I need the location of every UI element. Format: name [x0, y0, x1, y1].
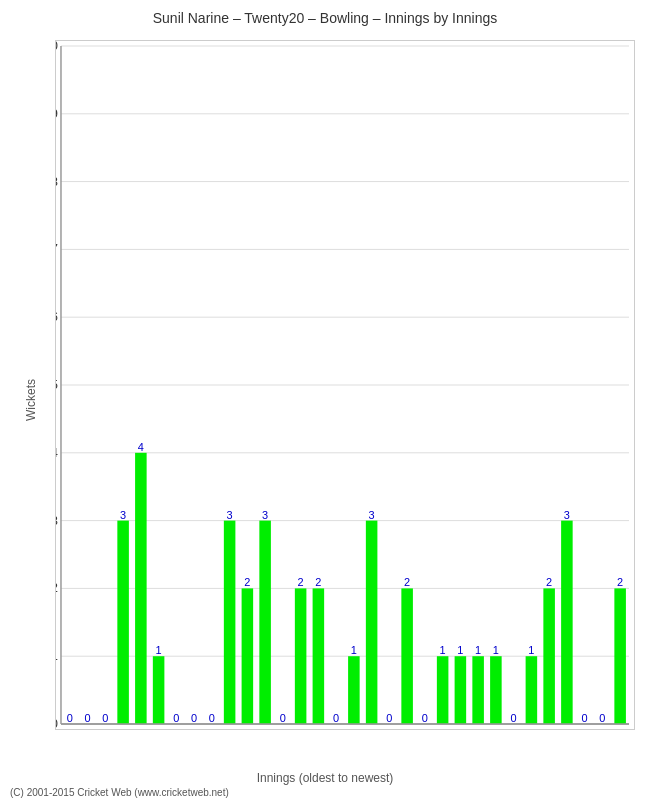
svg-text:7: 7	[56, 241, 58, 256]
svg-rect-75	[437, 656, 449, 724]
svg-text:2: 2	[315, 576, 321, 588]
svg-rect-28	[117, 521, 129, 724]
svg-text:0: 0	[102, 712, 108, 724]
svg-text:0: 0	[67, 712, 73, 724]
svg-rect-65	[366, 521, 378, 724]
svg-text:0: 0	[386, 712, 392, 724]
svg-text:1: 1	[156, 644, 162, 656]
svg-text:3: 3	[369, 509, 375, 521]
svg-text:4: 4	[56, 445, 58, 460]
svg-rect-95	[561, 521, 573, 724]
svg-text:0: 0	[599, 712, 605, 724]
svg-text:10: 10	[56, 41, 58, 53]
y-axis-label: Wickets	[24, 379, 38, 421]
chart-area: 0123456789100102033445160708093102113120…	[55, 40, 635, 730]
svg-text:0: 0	[56, 716, 58, 729]
svg-rect-46	[242, 588, 254, 724]
svg-text:2: 2	[404, 576, 410, 588]
svg-rect-43	[224, 521, 236, 724]
svg-rect-102	[614, 588, 626, 724]
svg-rect-49	[259, 521, 271, 724]
svg-rect-57	[313, 588, 325, 724]
svg-text:5: 5	[56, 377, 58, 392]
svg-text:9: 9	[56, 106, 58, 121]
svg-text:0: 0	[209, 712, 215, 724]
svg-text:0: 0	[280, 712, 286, 724]
svg-text:0: 0	[422, 712, 428, 724]
chart-title: Sunil Narine – Twenty20 – Bowling – Inni…	[0, 0, 650, 31]
footer-text: (C) 2001-2015 Cricket Web (www.cricketwe…	[10, 787, 229, 798]
svg-text:2: 2	[56, 580, 58, 595]
svg-text:0: 0	[333, 712, 339, 724]
svg-text:3: 3	[564, 509, 570, 521]
svg-rect-54	[295, 588, 307, 724]
svg-rect-89	[526, 656, 538, 724]
svg-text:1: 1	[475, 644, 481, 656]
svg-text:2: 2	[617, 576, 623, 588]
svg-text:1: 1	[457, 644, 463, 656]
bars-chart: 0123456789100102033445160708093102113120…	[56, 41, 634, 729]
svg-rect-81	[472, 656, 484, 724]
svg-rect-34	[153, 656, 165, 724]
chart-container: Sunil Narine – Twenty20 – Bowling – Inni…	[0, 0, 650, 800]
svg-text:0: 0	[582, 712, 588, 724]
svg-text:0: 0	[173, 712, 179, 724]
svg-rect-62	[348, 656, 360, 724]
svg-text:1: 1	[351, 644, 357, 656]
svg-text:0: 0	[191, 712, 197, 724]
svg-text:1: 1	[56, 648, 58, 663]
svg-text:3: 3	[227, 509, 233, 521]
svg-text:2: 2	[546, 576, 552, 588]
svg-text:1: 1	[528, 644, 534, 656]
svg-rect-78	[455, 656, 467, 724]
svg-text:3: 3	[120, 509, 126, 521]
svg-text:0: 0	[85, 712, 91, 724]
svg-text:0: 0	[511, 712, 517, 724]
svg-text:3: 3	[56, 513, 58, 528]
svg-rect-84	[490, 656, 502, 724]
svg-rect-92	[543, 588, 555, 724]
svg-text:4: 4	[138, 441, 144, 453]
x-axis-label: Innings (oldest to newest)	[257, 771, 394, 785]
svg-text:6: 6	[56, 309, 58, 324]
svg-rect-31	[135, 453, 147, 724]
svg-text:8: 8	[56, 174, 58, 189]
svg-text:1: 1	[440, 644, 446, 656]
svg-text:2: 2	[298, 576, 304, 588]
svg-text:3: 3	[262, 509, 268, 521]
svg-text:1: 1	[493, 644, 499, 656]
svg-text:2: 2	[244, 576, 250, 588]
svg-rect-70	[401, 588, 413, 724]
